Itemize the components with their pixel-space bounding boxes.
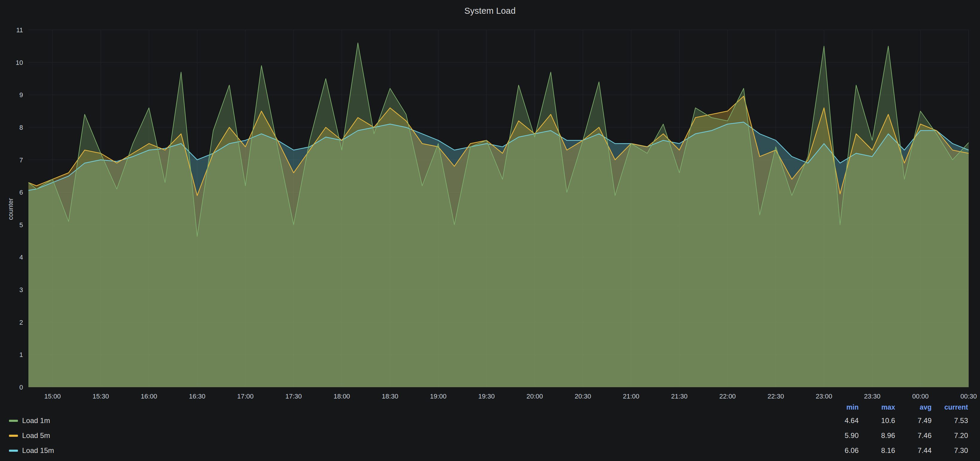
x-tick-label: 00:00 bbox=[912, 393, 929, 400]
x-tick-label: 23:00 bbox=[816, 393, 832, 400]
legend: min max avg current Load 1m 4.64 10.6 7.… bbox=[0, 401, 980, 458]
legend-col-current[interactable]: current bbox=[932, 403, 968, 412]
x-tick-label: 19:00 bbox=[430, 393, 446, 400]
legend-label-load-1m[interactable]: Load 1m bbox=[22, 416, 50, 425]
series-area-load-1m bbox=[29, 43, 969, 388]
load-chart[interactable]: 0123456789101115:0015:3016:0016:3017:001… bbox=[0, 0, 980, 461]
x-tick-label: 00:30 bbox=[960, 393, 977, 400]
x-tick-label: 20:30 bbox=[574, 393, 591, 400]
x-tick-label: 23:30 bbox=[864, 393, 880, 400]
legend-row-load-15m[interactable]: Load 15m 6.06 8.16 7.44 7.30 bbox=[0, 443, 980, 458]
load-1m-max: 10.6 bbox=[859, 416, 895, 425]
load-1m-current: 7.53 bbox=[932, 416, 968, 425]
x-tick-label: 22:30 bbox=[767, 393, 784, 400]
x-tick-label: 18:30 bbox=[382, 393, 398, 400]
load-5m-current: 7.20 bbox=[932, 431, 968, 440]
legend-col-max[interactable]: max bbox=[859, 403, 895, 412]
system-load-panel: System Load 0123456789101115:0015:3016:0… bbox=[0, 0, 980, 461]
load-5m-avg: 7.46 bbox=[895, 431, 932, 440]
legend-label-load-15m[interactable]: Load 15m bbox=[22, 446, 54, 455]
load-15m-current: 7.30 bbox=[932, 446, 968, 455]
y-tick-label: 9 bbox=[19, 91, 23, 99]
load-1m-swatch-icon bbox=[9, 420, 18, 422]
y-tick-label: 7 bbox=[19, 156, 23, 164]
x-tick-label: 17:30 bbox=[285, 393, 302, 400]
legend-col-avg[interactable]: avg bbox=[895, 403, 932, 412]
load-5m-max: 8.96 bbox=[859, 431, 895, 440]
y-tick-label: 0 bbox=[19, 383, 23, 391]
load-15m-max: 8.16 bbox=[859, 446, 895, 455]
load-1m-avg: 7.49 bbox=[895, 416, 932, 425]
x-tick-label: 16:00 bbox=[141, 393, 157, 400]
x-tick-label: 15:00 bbox=[44, 393, 61, 400]
y-tick-label: 3 bbox=[19, 286, 23, 294]
x-tick-label: 21:30 bbox=[671, 393, 687, 400]
x-tick-label: 19:30 bbox=[478, 393, 495, 400]
load-15m-swatch-icon bbox=[9, 450, 18, 452]
y-tick-label: 4 bbox=[19, 254, 23, 261]
y-tick-label: 11 bbox=[16, 26, 23, 34]
legend-label-load-5m[interactable]: Load 5m bbox=[22, 431, 50, 440]
y-tick-label: 10 bbox=[16, 59, 23, 66]
y-tick-label: 2 bbox=[19, 319, 23, 326]
x-tick-label: 20:00 bbox=[527, 393, 543, 400]
x-tick-label: 18:00 bbox=[334, 393, 350, 400]
y-tick-label: 5 bbox=[19, 221, 23, 229]
x-tick-label: 15:30 bbox=[92, 393, 109, 400]
x-tick-label: 17:00 bbox=[237, 393, 253, 400]
y-tick-label: 1 bbox=[19, 351, 23, 358]
legend-row-load-1m[interactable]: Load 1m 4.64 10.6 7.49 7.53 bbox=[0, 413, 980, 428]
x-tick-label: 22:00 bbox=[719, 393, 736, 400]
y-tick-label: 8 bbox=[19, 124, 23, 131]
legend-row-load-5m[interactable]: Load 5m 5.90 8.96 7.46 7.20 bbox=[0, 428, 980, 443]
load-5m-swatch-icon bbox=[9, 435, 18, 437]
x-tick-label: 16:30 bbox=[189, 393, 205, 400]
load-1m-min: 4.64 bbox=[822, 416, 859, 425]
load-15m-min: 6.06 bbox=[822, 446, 859, 455]
y-tick-label: 6 bbox=[19, 189, 23, 196]
load-15m-avg: 7.44 bbox=[895, 446, 932, 455]
y-axis-label: counter bbox=[7, 188, 15, 230]
load-5m-min: 5.90 bbox=[822, 431, 859, 440]
legend-header-row: min max avg current bbox=[0, 401, 980, 413]
x-tick-label: 21:00 bbox=[623, 393, 639, 400]
legend-col-min[interactable]: min bbox=[822, 403, 859, 412]
